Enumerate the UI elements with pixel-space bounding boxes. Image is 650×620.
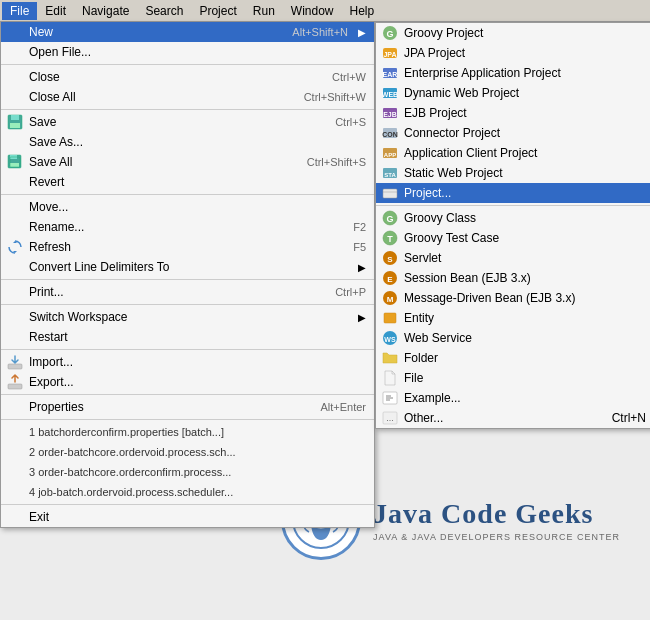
servlet-icon: S	[380, 248, 400, 268]
menu-item-properties[interactable]: Properties Alt+Enter	[1, 397, 374, 417]
save-as-label: Save As...	[29, 135, 83, 149]
submenu-dynamic-web[interactable]: WEB Dynamic Web Project	[376, 83, 650, 103]
restart-label: Restart	[29, 330, 68, 344]
submenu-enterprise-app[interactable]: EAR Enterprise Application Project	[376, 63, 650, 83]
submenu-groovy-test[interactable]: T Groovy Test Case	[376, 228, 650, 248]
enterprise-app-icon: EAR	[380, 63, 400, 83]
submenu-file[interactable]: File	[376, 368, 650, 388]
print-shortcut: Ctrl+P	[335, 286, 366, 298]
svg-rect-36	[384, 313, 396, 323]
switch-ws-label: Switch Workspace	[29, 310, 127, 324]
menu-item-exit[interactable]: Exit	[1, 507, 374, 527]
save-all-icon	[5, 152, 25, 172]
submenu-servlet[interactable]: S Servlet	[376, 248, 650, 268]
example-icon	[380, 388, 400, 408]
menubar-item-navigate[interactable]: Navigate	[74, 2, 137, 20]
rename-label: Rename...	[29, 220, 84, 234]
menubar-item-run[interactable]: Run	[245, 2, 283, 20]
submenu-web-service[interactable]: WS Web Service	[376, 328, 650, 348]
jpa-project-label: JPA Project	[404, 46, 465, 60]
menu-item-export[interactable]: Export...	[1, 372, 374, 392]
separator-2	[1, 109, 374, 110]
exit-label: Exit	[29, 510, 49, 524]
submenu-folder[interactable]: Folder	[376, 348, 650, 368]
menu-item-close[interactable]: Close Ctrl+W	[1, 67, 374, 87]
switch-ws-arrow-icon: ▶	[358, 312, 366, 323]
menu-item-convert[interactable]: Convert Line Delimiters To ▶	[1, 257, 374, 277]
svg-text:M: M	[387, 295, 394, 304]
menubar-item-search[interactable]: Search	[137, 2, 191, 20]
submenu-project[interactable]: Project...	[376, 183, 650, 203]
revert-label: Revert	[29, 175, 64, 189]
menu-item-close-all[interactable]: Close All Ctrl+Shift+W	[1, 87, 374, 107]
submenu-other[interactable]: ... Other... Ctrl+N	[376, 408, 650, 428]
menu-item-save-as[interactable]: Save As...	[1, 132, 374, 152]
menu-item-recent-1[interactable]: 1 batchorderconfirm.properties [batch...…	[1, 422, 374, 442]
close-all-label: Close All	[29, 90, 76, 104]
menu-item-print[interactable]: Print... Ctrl+P	[1, 282, 374, 302]
menu-item-rename[interactable]: Rename... F2	[1, 217, 374, 237]
menubar-item-file[interactable]: File	[2, 2, 37, 20]
svg-text:EAR: EAR	[383, 71, 398, 78]
save-shortcut: Ctrl+S	[335, 116, 366, 128]
other-label: Other...	[404, 411, 612, 425]
separator-4	[1, 279, 374, 280]
app-client-icon: APP	[380, 143, 400, 163]
session-bean-label: Session Bean (EJB 3.x)	[404, 271, 531, 285]
svg-text:CON: CON	[382, 131, 398, 138]
move-label: Move...	[29, 200, 68, 214]
dynamic-web-label: Dynamic Web Project	[404, 86, 519, 100]
menu-item-open[interactable]: Open File...	[1, 42, 374, 62]
menu-item-refresh[interactable]: Refresh F5	[1, 237, 374, 257]
menu-item-move[interactable]: Move...	[1, 197, 374, 217]
svg-text:E: E	[387, 275, 393, 284]
menubar-item-help[interactable]: Help	[342, 2, 383, 20]
submenu-example[interactable]: Example...	[376, 388, 650, 408]
new-arrow-icon: ▶	[358, 27, 366, 38]
groovy-test-icon: T	[380, 228, 400, 248]
import-label: Import...	[29, 355, 73, 369]
svg-text:T: T	[387, 234, 393, 244]
svg-rect-7	[8, 364, 22, 369]
submenu-ejb-project[interactable]: EJB EJB Project	[376, 103, 650, 123]
submenu-static-web[interactable]: STA Static Web Project	[376, 163, 650, 183]
menu-item-recent-2[interactable]: 2 order-batchcore.ordervoid.process.sch.…	[1, 442, 374, 462]
separator-7	[1, 394, 374, 395]
submenu-groovy-class[interactable]: G Groovy Class	[376, 208, 650, 228]
menu-item-restart[interactable]: Restart	[1, 327, 374, 347]
submenu-jpa-project[interactable]: JPA JPA Project	[376, 43, 650, 63]
msg-bean-icon: M	[380, 288, 400, 308]
submenu-msg-bean[interactable]: M Message-Driven Bean (EJB 3.x)	[376, 288, 650, 308]
recent-3-label: 3 order-batchcore.orderconfirm.process..…	[29, 466, 231, 478]
svg-rect-25	[383, 189, 397, 198]
menubar-item-project[interactable]: Project	[191, 2, 244, 20]
entity-icon	[380, 308, 400, 328]
submenu-connector[interactable]: CON Connector Project	[376, 123, 650, 143]
svg-text:S: S	[387, 255, 393, 264]
menu-item-save[interactable]: Save Ctrl+S	[1, 112, 374, 132]
menu-item-switch-ws[interactable]: Switch Workspace ▶	[1, 307, 374, 327]
menubar-item-window[interactable]: Window	[283, 2, 342, 20]
submenu-app-client[interactable]: APP Application Client Project	[376, 143, 650, 163]
groovy-project-label: Groovy Project	[404, 26, 483, 40]
menu-item-import[interactable]: Import...	[1, 352, 374, 372]
dynamic-web-icon: WEB	[380, 83, 400, 103]
menu-item-save-all[interactable]: Save All Ctrl+Shift+S	[1, 152, 374, 172]
menubar-item-edit[interactable]: Edit	[37, 2, 74, 20]
static-web-icon: STA	[380, 163, 400, 183]
submenu-groovy-project[interactable]: G Groovy Project	[376, 23, 650, 43]
menu-item-revert[interactable]: Revert	[1, 172, 374, 192]
menu-item-new[interactable]: New Alt+Shift+N ▶	[1, 22, 374, 42]
submenu-entity[interactable]: Entity	[376, 308, 650, 328]
separator-1	[1, 64, 374, 65]
menu-item-recent-3[interactable]: 3 order-batchcore.orderconfirm.process..…	[1, 462, 374, 482]
project-icon	[380, 183, 400, 203]
file-menu: New Alt+Shift+N ▶ Open File... Close Ctr…	[0, 22, 375, 528]
svg-text:JPA: JPA	[383, 51, 396, 58]
submenu-session-bean[interactable]: E Session Bean (EJB 3.x)	[376, 268, 650, 288]
groovy-class-icon: G	[380, 208, 400, 228]
svg-rect-8	[8, 384, 22, 389]
logo-main-text: Java Code Geeks	[373, 498, 620, 530]
menu-item-recent-4[interactable]: 4 job-batch.ordervoid.process.scheduler.…	[1, 482, 374, 502]
other-shortcut: Ctrl+N	[612, 411, 646, 425]
